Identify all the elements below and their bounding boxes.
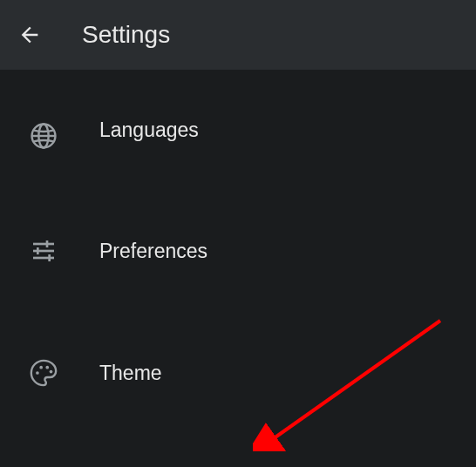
svg-point-12 — [50, 370, 53, 374]
page-title: Settings — [82, 21, 170, 49]
palette-icon — [26, 355, 61, 390]
svg-rect-6 — [46, 240, 49, 247]
settings-list: Languages Preferences Theme — [0, 70, 476, 467]
back-button[interactable] — [16, 21, 44, 49]
globe-icon — [26, 118, 61, 153]
svg-rect-4 — [33, 250, 54, 253]
arrow-back-icon — [17, 23, 42, 47]
header: Settings — [0, 0, 476, 70]
svg-rect-5 — [33, 257, 54, 260]
sliders-icon — [26, 234, 61, 268]
svg-rect-3 — [33, 243, 54, 246]
svg-point-9 — [36, 371, 39, 375]
svg-rect-8 — [48, 254, 51, 261]
svg-point-10 — [39, 366, 43, 369]
list-item-languages[interactable]: Languages — [0, 94, 476, 190]
list-item-label: Theme — [99, 362, 162, 385]
svg-point-11 — [45, 366, 49, 369]
list-item-label: Languages — [99, 118, 199, 142]
list-item-preferences[interactable]: Preferences — [0, 190, 476, 312]
svg-rect-7 — [37, 247, 39, 254]
list-item-label: Preferences — [99, 240, 207, 263]
list-item-theme[interactable]: Theme — [0, 312, 476, 434]
list-item-text-correction[interactable]: Text correction — [0, 434, 476, 467]
